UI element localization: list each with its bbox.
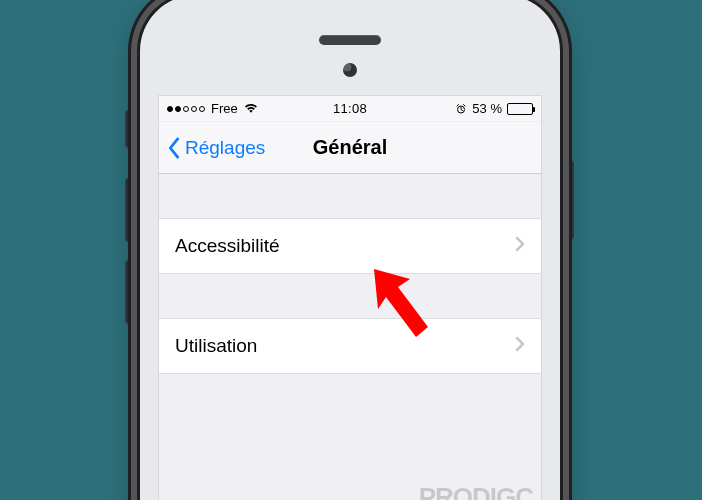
wifi-icon <box>244 103 258 114</box>
carrier-label: Free <box>211 101 238 116</box>
status-time: 11:08 <box>333 101 367 116</box>
section-spacer <box>159 274 541 318</box>
battery-icon <box>507 103 533 115</box>
back-label: Réglages <box>185 137 265 159</box>
row-label: Accessibilité <box>175 235 280 257</box>
watermark-line1: PRODIGC <box>419 486 533 500</box>
volume-down <box>125 260 132 324</box>
alarm-icon <box>455 103 467 115</box>
chevron-right-icon <box>515 235 525 257</box>
row-usage[interactable]: Utilisation <box>159 319 541 373</box>
group-accessibility: Accessibilité <box>159 218 541 274</box>
mute-switch <box>125 110 132 148</box>
group-usage: Utilisation <box>159 318 541 374</box>
front-camera <box>343 63 357 77</box>
status-bar: Free 11:08 53 % <box>159 96 541 122</box>
status-left: Free <box>167 101 258 116</box>
back-button[interactable]: Réglages <box>159 137 265 159</box>
row-label: Utilisation <box>175 335 257 357</box>
battery-percent: 53 % <box>472 101 502 116</box>
status-right: 53 % <box>455 101 533 116</box>
watermark: PRODIGC MOBILE.COM <box>419 486 533 500</box>
volume-up <box>125 178 132 242</box>
row-accessibility[interactable]: Accessibilité <box>159 219 541 273</box>
phone-frame: Free 11:08 53 % <box>140 0 560 500</box>
nav-header: Réglages Général <box>159 122 541 174</box>
page-title: Général <box>313 136 387 159</box>
power-button <box>567 160 574 240</box>
screen: Free 11:08 53 % <box>158 95 542 500</box>
chevron-right-icon <box>515 335 525 357</box>
earpiece <box>319 35 381 45</box>
signal-dots-icon <box>167 106 205 112</box>
section-spacer <box>159 174 541 218</box>
chevron-left-icon <box>167 137 181 159</box>
